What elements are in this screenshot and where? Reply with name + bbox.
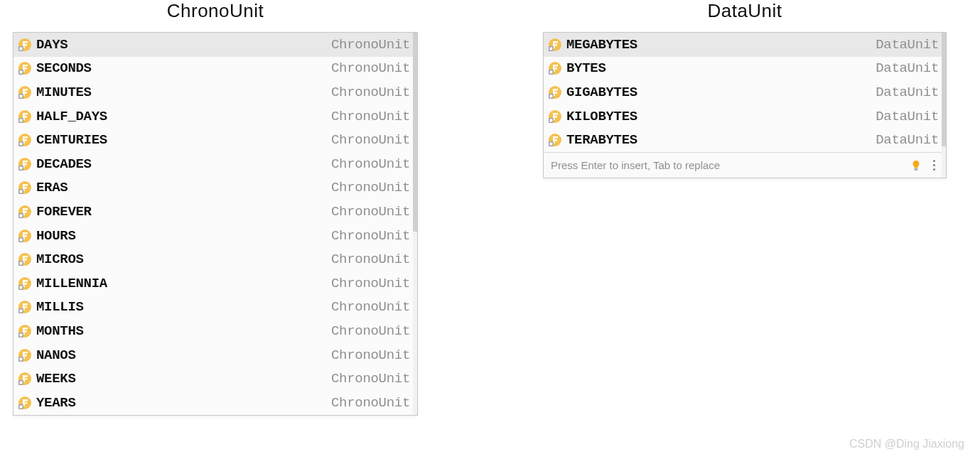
scrollbar-thumb[interactable] (942, 33, 946, 146)
field-icon (18, 38, 32, 52)
item-name: ERAS (36, 180, 327, 195)
list-item[interactable]: FOREVERChronoUnit (14, 200, 417, 224)
list-item[interactable]: KILOBYTESDataUnit (544, 104, 946, 129)
item-name: MINUTES (36, 85, 327, 100)
list-item[interactable]: GIGABYTESDataUnit (544, 80, 946, 104)
item-type: ChronoUnit (331, 252, 410, 267)
field-icon (18, 229, 32, 243)
item-name: MILLENNIA (36, 276, 327, 291)
item-name: HOURS (36, 228, 327, 244)
item-name: GIGABYTES (566, 85, 871, 100)
item-name: NANOS (36, 347, 327, 363)
item-name: FOREVER (36, 204, 327, 220)
item-name: DAYS (36, 37, 327, 53)
dataunit-heading: DataUnit (543, 0, 947, 22)
svg-rect-6 (915, 170, 918, 171)
field-icon (18, 180, 32, 195)
dataunit-completion-popup[interactable]: MEGABYTESDataUnitBYTESDataUnitGIGABYTESD… (543, 32, 947, 178)
field-icon (18, 85, 32, 99)
item-type: ChronoUnit (331, 204, 410, 220)
item-type: ChronoUnit (331, 60, 410, 76)
item-name: WEEKS (36, 371, 327, 387)
item-type: DataUnit (876, 85, 939, 100)
scrollbar[interactable] (942, 33, 946, 178)
item-type: ChronoUnit (331, 395, 410, 411)
item-name: KILOBYTES (566, 109, 871, 124)
field-icon (18, 252, 32, 266)
field-icon (18, 300, 32, 314)
chronounit-column: ChronoUnit DAYSChronoUnitSECONDSChronoUn… (13, 0, 418, 416)
field-icon (18, 276, 32, 291)
field-icon (18, 348, 32, 362)
item-type: ChronoUnit (331, 37, 410, 53)
dataunit-column: DataUnit MEGABYTESDataUnitBYTESDataUnitG… (543, 0, 947, 416)
list-item[interactable]: TERABYTESDataUnit (544, 128, 946, 152)
list-item[interactable]: HALF_DAYSChronoUnit (14, 104, 417, 129)
popup-footer: Press Enter to insert, Tab to replace (544, 152, 946, 178)
svg-point-3 (913, 161, 920, 167)
item-type: ChronoUnit (331, 323, 410, 339)
scrollbar[interactable] (413, 33, 417, 415)
item-type: DataUnit (876, 60, 939, 76)
more-options-icon[interactable] (929, 160, 939, 171)
list-item[interactable]: SECONDSChronoUnit (14, 57, 417, 81)
lightbulb-icon[interactable] (910, 159, 922, 171)
chronounit-list[interactable]: DAYSChronoUnitSECONDSChronoUnitMINUTESCh… (14, 33, 417, 415)
chronounit-heading: ChronoUnit (13, 0, 418, 22)
item-name: TERABYTES (566, 132, 871, 148)
list-item[interactable]: YEARSChronoUnit (14, 391, 417, 415)
item-name: MONTHS (36, 323, 327, 339)
item-type: ChronoUnit (331, 109, 410, 124)
item-type: ChronoUnit (331, 132, 410, 148)
list-item[interactable]: ERASChronoUnit (14, 176, 417, 200)
list-item[interactable]: MILLENNIAChronoUnit (14, 271, 417, 296)
list-item[interactable]: NANOSChronoUnit (14, 343, 417, 367)
list-item[interactable]: BYTESDataUnit (544, 57, 946, 81)
field-icon (18, 372, 32, 386)
item-name: MEGABYTES (566, 37, 871, 53)
item-type: ChronoUnit (331, 180, 410, 195)
list-item[interactable]: MICROSChronoUnit (14, 247, 417, 271)
field-icon (18, 324, 32, 338)
item-name: MICROS (36, 252, 327, 267)
field-icon (18, 396, 32, 410)
list-item[interactable]: HOURSChronoUnit (14, 224, 417, 248)
field-icon (18, 109, 32, 124)
item-type: ChronoUnit (331, 347, 410, 363)
field-icon (18, 157, 32, 171)
list-item[interactable]: WEEKSChronoUnit (14, 367, 417, 391)
field-icon (548, 85, 562, 99)
item-name: SECONDS (36, 60, 327, 76)
list-item[interactable]: MONTHSChronoUnit (14, 319, 417, 343)
scrollbar-thumb[interactable] (413, 33, 417, 232)
svg-rect-4 (915, 166, 918, 168)
field-icon (18, 205, 32, 219)
field-icon (548, 61, 562, 75)
item-type: DataUnit (876, 37, 939, 53)
list-item[interactable]: MINUTESChronoUnit (14, 80, 417, 104)
list-item[interactable]: MILLISChronoUnit (14, 296, 417, 320)
list-item[interactable]: MEGABYTESDataUnit (544, 33, 946, 57)
field-icon (18, 133, 32, 147)
item-type: ChronoUnit (331, 276, 410, 291)
item-name: YEARS (36, 395, 327, 411)
item-name: CENTURIES (36, 132, 327, 148)
item-type: ChronoUnit (331, 156, 410, 172)
field-icon (548, 109, 562, 124)
item-type: DataUnit (876, 109, 939, 124)
dataunit-list[interactable]: MEGABYTESDataUnitBYTESDataUnitGIGABYTESD… (544, 33, 946, 152)
list-item[interactable]: CENTURIESChronoUnit (14, 128, 417, 152)
svg-rect-5 (915, 168, 918, 169)
item-name: DECADES (36, 156, 327, 172)
field-icon (18, 61, 32, 75)
item-type: ChronoUnit (331, 299, 410, 315)
item-type: DataUnit (876, 132, 939, 148)
item-name: BYTES (566, 60, 871, 76)
item-name: MILLIS (36, 299, 327, 315)
chronounit-completion-popup[interactable]: DAYSChronoUnitSECONDSChronoUnitMINUTESCh… (13, 32, 418, 416)
list-item[interactable]: DAYSChronoUnit (14, 33, 417, 57)
item-type: ChronoUnit (331, 228, 410, 244)
item-type: ChronoUnit (331, 85, 410, 100)
list-item[interactable]: DECADESChronoUnit (14, 152, 417, 176)
item-type: ChronoUnit (331, 371, 410, 387)
